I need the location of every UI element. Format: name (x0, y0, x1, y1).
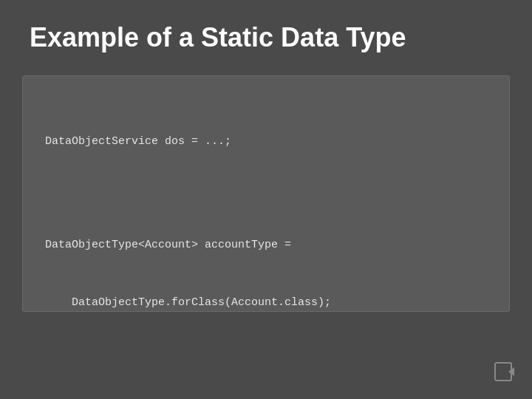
code-content: DataObjectService dos = ...; DataObjectT… (45, 95, 487, 399)
code-line-3: DataObjectType.forClass(Account.class); (45, 293, 487, 313)
code-line-4: Account acct = dos.find(accountType, “12… (45, 397, 487, 400)
logo-icon (494, 360, 517, 388)
slide-title: Example of a Static Data Type (0, 0, 532, 68)
code-line-2: DataObjectType<Account> accountType = (45, 236, 487, 255)
code-spacer-2 (45, 352, 487, 359)
code-block: DataObjectService dos = ...; DataObjectT… (22, 75, 510, 312)
code-spacer-1 (45, 191, 487, 198)
slide: Example of a Static Data Type DataObject… (0, 0, 532, 399)
code-line-1: DataObjectService dos = ...; (45, 132, 487, 151)
